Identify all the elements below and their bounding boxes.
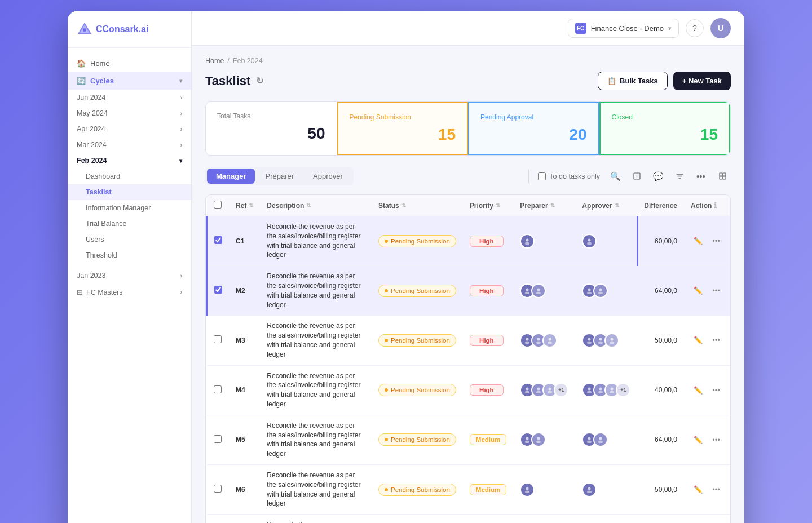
svg-point-31 [610, 341, 614, 344]
row-checkbox[interactable] [214, 385, 222, 393]
svg-point-11 [587, 242, 592, 245]
sidebar-item-may2024[interactable]: May 2024 › [68, 105, 191, 121]
svg-rect-5 [723, 173, 726, 176]
sidebar-sub-tasklist[interactable]: Tasklist [68, 184, 191, 200]
svg-point-36 [549, 388, 551, 391]
avatar[interactable]: U [710, 18, 731, 38]
logo: CConsark.ai [68, 11, 191, 48]
sidebar-sub-threshold[interactable]: Threshold [68, 247, 191, 263]
edit-icon[interactable]: ✏️ [691, 333, 705, 348]
table-row: M5Reconcile the revenue as per the sales… [207, 415, 731, 464]
edit-icon[interactable]: ✏️ [691, 283, 705, 298]
bulk-tasks-icon: 📋 [607, 77, 616, 85]
sidebar-item-jan2023[interactable]: Jan 2023 › [68, 268, 191, 283]
row-approver [575, 216, 637, 266]
tabs: Manager Preparer Approver [205, 167, 354, 185]
row-approver [575, 464, 637, 514]
svg-point-10 [588, 238, 591, 241]
stat-pending-approval: Pending Approval 20 [468, 102, 599, 155]
th-status[interactable]: Status ⇅ [372, 195, 463, 216]
row-preparer [513, 515, 575, 523]
breadcrumb-current: Feb 2024 [233, 57, 263, 65]
row-preparer [513, 266, 575, 316]
new-task-button[interactable]: + New Task [673, 72, 731, 90]
th-description[interactable]: Description ⇅ [260, 195, 372, 216]
select-all-checkbox[interactable] [214, 201, 222, 209]
row-status: Pending Submission [372, 464, 463, 514]
breadcrumb-home[interactable]: Home [205, 57, 224, 65]
row-checkbox[interactable] [214, 335, 222, 343]
svg-point-41 [598, 391, 603, 394]
table-row: M2Reconcile the revenue as per the sales… [207, 266, 731, 316]
bulk-tasks-label: Bulk Tasks [620, 77, 658, 85]
search-icon[interactable]: 🔍 [607, 168, 624, 185]
help-button[interactable]: ? [686, 19, 704, 37]
row-checkbox[interactable] [214, 485, 222, 493]
view-icon[interactable] [714, 168, 731, 185]
export-icon[interactable] [628, 168, 645, 185]
edit-icon[interactable]: ✏️ [691, 234, 705, 249]
svg-point-20 [526, 338, 529, 340]
sidebar-sub-users[interactable]: Users [68, 232, 191, 247]
action-info-icon[interactable]: ℹ [714, 201, 717, 210]
workspace-chevron-icon: ▾ [668, 25, 672, 32]
row-checkbox[interactable] [214, 286, 222, 294]
avatar [531, 432, 546, 447]
todo-checkbox[interactable] [538, 172, 546, 180]
row-checkbox[interactable] [214, 236, 222, 244]
cycle-mar2024-label: Mar 2024 [77, 141, 107, 149]
sidebar-sub-trialbalance[interactable]: Trial Balance [68, 216, 191, 232]
breadcrumb-separator: / [227, 57, 229, 65]
row-description: Reconcile the revenue as per the sales/i… [260, 415, 372, 464]
sidebar-item-apr2024[interactable]: Apr 2024 › [68, 121, 191, 137]
refresh-icon[interactable]: ↻ [256, 76, 263, 86]
sidebar-cycles-header[interactable]: 🔄 Cycles ▾ [68, 72, 191, 90]
bulk-tasks-button[interactable]: 📋 Bulk Tasks [598, 72, 668, 90]
row-difference: 64,00,0 [637, 266, 684, 316]
avatar [520, 482, 535, 497]
more-options-icon[interactable]: ••• [709, 283, 723, 298]
edit-icon[interactable]: ✏️ [691, 432, 705, 447]
breadcrumb: Home / Feb 2024 [205, 57, 731, 65]
filter-icon[interactable] [671, 168, 688, 185]
svg-point-44 [526, 437, 529, 440]
sidebar-item-jun2024[interactable]: Jun 2024 › [68, 90, 191, 105]
sidebar-sub-dashboard[interactable]: Dashboard [68, 169, 191, 184]
sidebar-sub-infomanager[interactable]: Information Manager [68, 200, 191, 216]
sidebar-item-home[interactable]: 🏠 Home [68, 55, 191, 72]
avatar-extra: +1 [554, 383, 568, 397]
infomanager-label: Information Manager [86, 204, 151, 212]
edit-icon[interactable]: ✏️ [691, 482, 705, 497]
comment-icon[interactable]: 💬 [650, 168, 667, 185]
more-options-icon[interactable]: ••• [709, 432, 723, 447]
row-difference [637, 515, 684, 523]
status-badge: Pending Submission [378, 285, 456, 297]
row-approver [575, 266, 637, 316]
more-options-icon[interactable]: ••• [709, 234, 723, 249]
th-priority[interactable]: Priority ⇅ [463, 195, 513, 216]
preparer-avatars [520, 283, 568, 298]
svg-point-42 [611, 388, 614, 391]
tab-manager[interactable]: Manager [207, 169, 255, 184]
row-preparer [513, 415, 575, 464]
sidebar-item-mar2024[interactable]: Mar 2024 › [68, 137, 191, 153]
sidebar-item-feb2024[interactable]: Feb 2024 ▾ [68, 153, 191, 169]
priority-badge: Medium [470, 484, 506, 495]
edit-icon[interactable]: ✏️ [691, 383, 705, 397]
chevron-icon: › [180, 126, 182, 132]
more-options-icon[interactable]: ••• [709, 333, 723, 348]
more-options-icon[interactable]: ••• [709, 383, 723, 397]
stat-cards: Total Tasks 50 Pending Submission 15 Pen… [205, 101, 731, 156]
workspace-selector[interactable]: FC Finance Close - Demo ▾ [568, 19, 679, 38]
tab-approver[interactable]: Approver [304, 169, 352, 184]
th-ref[interactable]: Ref ⇅ [229, 195, 260, 216]
row-checkbox[interactable] [214, 435, 222, 443]
more-icon[interactable]: ••• [692, 168, 709, 185]
tab-preparer[interactable]: Preparer [256, 169, 303, 184]
row-action: ✏️ ••• [684, 464, 730, 514]
sidebar-fc-masters[interactable]: ⊞ FC Masters › [68, 283, 191, 301]
th-approver[interactable]: Approver ⇅ [575, 195, 637, 216]
approver-avatars [582, 234, 630, 249]
th-preparer[interactable]: Preparer ⇅ [513, 195, 575, 216]
more-options-icon[interactable]: ••• [709, 482, 723, 497]
